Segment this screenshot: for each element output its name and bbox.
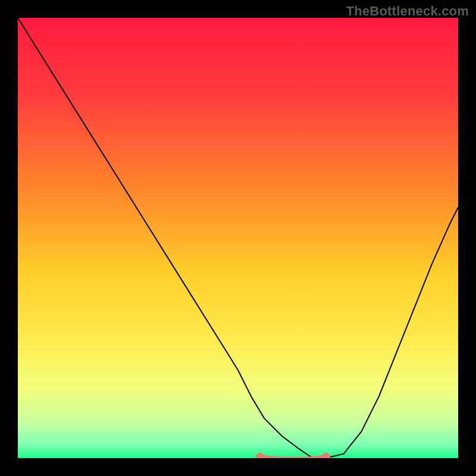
min-highlight-endcap (256, 453, 264, 461)
watermark-text: TheBottleneck.com (346, 4, 469, 19)
chart-container: TheBottleneck.com (0, 0, 476, 476)
min-highlight (260, 457, 326, 461)
bottleneck-chart (0, 0, 476, 476)
min-highlight-endcap (322, 453, 330, 461)
plot-background (18, 18, 458, 458)
